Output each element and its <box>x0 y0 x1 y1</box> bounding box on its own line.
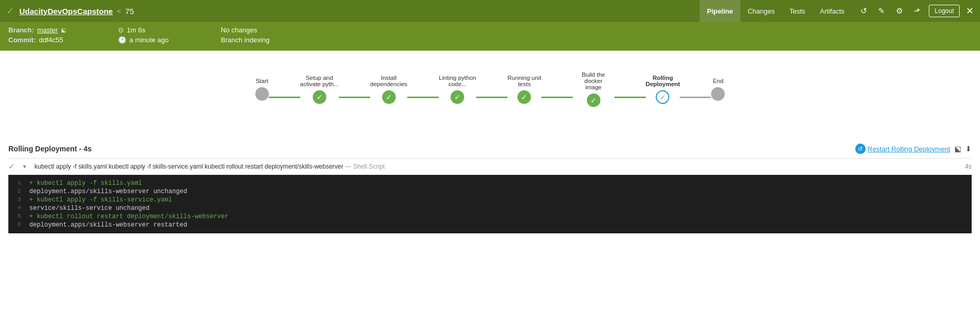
stage-start-label: Start <box>255 78 268 84</box>
commit-row: Commit: ddf4c55 <box>8 36 66 44</box>
connector-4 <box>541 97 573 98</box>
log-section: Rolling Deployment - 4s ↺ Restart Rollin… <box>0 138 980 233</box>
refresh-button[interactable]: ↺ <box>856 3 871 19</box>
line-number: 1 <box>8 180 29 187</box>
branch-label: Branch: <box>8 26 34 34</box>
stage-setup-label: Setup and activate pyth... <box>300 75 339 87</box>
stage-end: End <box>711 78 725 101</box>
duration-row: ⊙ 1m 6s <box>118 26 169 34</box>
connector-6 <box>680 97 711 98</box>
line-content: deployment.apps/skills-webserver unchang… <box>29 188 187 195</box>
build-number: 75 <box>125 7 134 16</box>
branch-indexing-text: Branch indexing <box>221 36 269 44</box>
code-output: 1+ kubectl apply -f skills.yaml2deployme… <box>8 175 972 233</box>
step-expand-icon[interactable]: ▾ <box>23 163 30 170</box>
connector-1 <box>339 97 370 98</box>
log-title: Rolling Deployment - 4s <box>8 145 91 153</box>
code-line: 2deployment.apps/skills-webserver unchan… <box>8 187 972 196</box>
stage-linting-node[interactable]: ✓ <box>451 90 464 104</box>
stage-docker-label: Build the docker image <box>573 72 615 90</box>
top-nav: ✓ UdacityDevOpsCapstone < 75 Pipeline Ch… <box>0 0 980 22</box>
restart-label[interactable]: Restart Rolling Deployment <box>868 145 950 153</box>
code-line: 4service/skills-service unchanged <box>8 204 972 212</box>
code-line: 6deployment.apps/skills-webserver restar… <box>8 221 972 229</box>
connector-5 <box>615 97 646 98</box>
line-number: 3 <box>8 196 29 204</box>
stage-setup: Setup and activate pyth... ✓ <box>300 75 339 104</box>
code-line: 1+ kubectl apply -f skills.yaml <box>8 179 972 187</box>
stage-rolling-label: Rolling Deployment <box>646 75 680 87</box>
project-title-link[interactable]: UdacityDevOpsCapstone <box>19 7 113 16</box>
line-content: deployment.apps/skills-webserver restart… <box>29 221 187 229</box>
tab-artifacts[interactable]: Artifacts <box>812 0 852 22</box>
line-content: service/skills-service unchanged <box>29 205 149 212</box>
time-ago-value: a minute ago <box>129 36 169 44</box>
stage-linting-label: Linting python code... <box>439 75 476 87</box>
stage-rolling-node[interactable]: ✓ <box>656 90 669 104</box>
step-status-icon: ✓ <box>8 162 19 171</box>
stage-linting: Linting python code... ✓ <box>439 75 476 104</box>
commit-value: ddf4c55 <box>39 36 63 44</box>
export-button[interactable]: ⬏ <box>909 3 925 19</box>
restart-link[interactable]: ↺ Restart Rolling Deployment <box>855 144 950 154</box>
connector-2 <box>407 97 439 98</box>
commit-label: Commit: <box>8 36 36 44</box>
time-ago-row: 🕐 a minute ago <box>118 36 169 44</box>
nav-icons: ↺ ✎ ⚙ ⬏ Logout ✕ <box>856 3 974 19</box>
no-changes-text: No changes <box>221 26 269 34</box>
code-line: 5+ kubectl rollout restart deployment/sk… <box>8 212 972 221</box>
connector-3 <box>476 97 507 98</box>
build-status-icon: ✓ <box>6 5 14 17</box>
stage-unit-tests-label: Running unit tests <box>507 75 541 87</box>
stage-rolling: Rolling Deployment ✓ <box>646 75 680 104</box>
close-button[interactable]: ✕ <box>966 5 974 17</box>
stage-end-node[interactable] <box>711 87 725 101</box>
line-number: 4 <box>8 205 29 212</box>
pipeline-track: Start Setup and activate pyth... ✓ Insta… <box>255 72 725 107</box>
clock-icon: 🕐 <box>118 36 126 44</box>
settings-button[interactable]: ⚙ <box>891 3 907 19</box>
line-number: 5 <box>8 213 29 220</box>
branch-bar: Branch: master ⬕ Commit: ddf4c55 ⊙ 1m 6s… <box>0 22 980 51</box>
stage-setup-node[interactable]: ✓ <box>313 90 326 104</box>
branch-value[interactable]: master <box>37 26 58 34</box>
line-content: + kubectl apply -f skills-service.yaml <box>29 196 172 204</box>
stage-start-node[interactable] <box>255 87 269 101</box>
nav-tabs: Pipeline Changes Tests Artifacts <box>700 0 852 22</box>
stage-install: Install dependencies ✓ <box>370 75 408 104</box>
timer-icon: ⊙ <box>118 26 124 34</box>
duration-value: 1m 6s <box>127 26 145 34</box>
stage-end-label: End <box>713 78 723 84</box>
stage-install-label: Install dependencies <box>370 75 408 87</box>
tab-tests[interactable]: Tests <box>782 0 812 22</box>
logout-button[interactable]: Logout <box>929 5 960 17</box>
connector-0 <box>269 97 300 98</box>
log-header-right: ↺ Restart Rolling Deployment ⬕ ⬇ <box>855 144 972 154</box>
log-step-row: ✓ ▾ kubectl apply -f skills.yaml kubectl… <box>8 159 972 175</box>
stage-start: Start <box>255 78 269 101</box>
step-duration: 4s <box>956 163 972 170</box>
restart-icon: ↺ <box>855 144 866 154</box>
log-header: Rolling Deployment - 4s ↺ Restart Rollin… <box>8 138 972 159</box>
line-content: + kubectl rollout restart deployment/ski… <box>29 213 229 220</box>
download-icon[interactable]: ⬇ <box>965 145 972 153</box>
changes-col: No changes Branch indexing <box>221 26 269 44</box>
tab-changes[interactable]: Changes <box>740 0 782 22</box>
step-script-label: — Shell Script <box>345 163 385 170</box>
separator: < <box>117 7 121 15</box>
stage-docker-node[interactable]: ✓ <box>587 93 600 107</box>
time-col: ⊙ 1m 6s 🕐 a minute ago <box>118 26 169 44</box>
open-external-icon[interactable]: ⬕ <box>954 145 961 153</box>
pipeline-area: Start Setup and activate pyth... ✓ Insta… <box>0 51 980 138</box>
nav-left: ✓ UdacityDevOpsCapstone < 75 <box>6 5 700 17</box>
line-number: 2 <box>8 188 29 195</box>
branch-row: Branch: master ⬕ <box>8 26 66 34</box>
stage-unit-tests-node[interactable]: ✓ <box>517 90 531 104</box>
edit-button[interactable]: ✎ <box>873 3 889 19</box>
stage-unit-tests: Running unit tests ✓ <box>507 75 541 104</box>
step-command: kubectl apply -f skills.yaml kubectl app… <box>34 163 952 170</box>
stage-docker: Build the docker image ✓ <box>573 72 615 107</box>
tab-pipeline[interactable]: Pipeline <box>700 0 740 22</box>
stage-install-node[interactable]: ✓ <box>382 90 396 104</box>
code-line: 3+ kubectl apply -f skills-service.yaml <box>8 196 972 204</box>
